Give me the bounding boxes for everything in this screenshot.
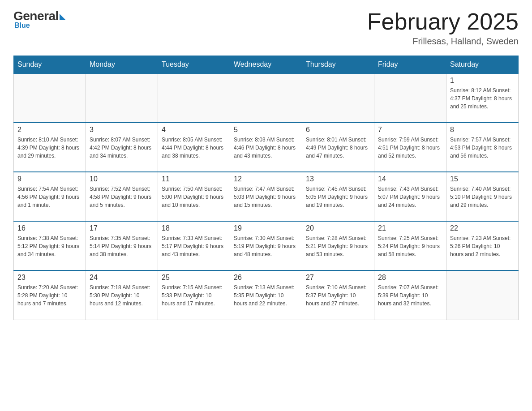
logo-triangle-icon — [60, 14, 66, 20]
calendar-cell — [158, 73, 230, 123]
calendar-cell — [230, 73, 302, 123]
calendar-cell: 5Sunrise: 8:03 AM Sunset: 4:46 PM Daylig… — [230, 123, 302, 172]
calendar-cell: 6Sunrise: 8:01 AM Sunset: 4:49 PM Daylig… — [302, 123, 374, 172]
day-info: Sunrise: 7:07 AM Sunset: 5:39 PM Dayligh… — [378, 283, 442, 308]
calendar-cell — [14, 73, 86, 123]
calendar-cell: 24Sunrise: 7:18 AM Sunset: 5:30 PM Dayli… — [86, 270, 158, 320]
calendar-cell — [86, 73, 158, 123]
calendar-cell: 2Sunrise: 8:10 AM Sunset: 4:39 PM Daylig… — [14, 123, 86, 172]
day-info: Sunrise: 8:03 AM Sunset: 4:46 PM Dayligh… — [234, 136, 298, 160]
day-info: Sunrise: 7:28 AM Sunset: 5:21 PM Dayligh… — [306, 234, 370, 258]
day-info: Sunrise: 8:10 AM Sunset: 4:39 PM Dayligh… — [17, 136, 82, 160]
week-row-2: 9Sunrise: 7:54 AM Sunset: 4:56 PM Daylig… — [14, 172, 519, 221]
calendar-cell: 20Sunrise: 7:28 AM Sunset: 5:21 PM Dayli… — [302, 221, 374, 270]
day-number: 27 — [306, 274, 370, 282]
day-number: 16 — [17, 224, 82, 232]
day-info: Sunrise: 7:33 AM Sunset: 5:17 PM Dayligh… — [162, 234, 226, 258]
day-info: Sunrise: 7:59 AM Sunset: 4:51 PM Dayligh… — [378, 136, 442, 160]
calendar-cell: 28Sunrise: 7:07 AM Sunset: 5:39 PM Dayli… — [374, 270, 446, 320]
week-row-0: 1Sunrise: 8:12 AM Sunset: 4:37 PM Daylig… — [14, 73, 519, 123]
day-number: 4 — [162, 126, 226, 134]
day-info: Sunrise: 7:52 AM Sunset: 4:58 PM Dayligh… — [90, 185, 154, 209]
calendar-cell: 10Sunrise: 7:52 AM Sunset: 4:58 PM Dayli… — [86, 172, 158, 221]
day-info: Sunrise: 8:01 AM Sunset: 4:49 PM Dayligh… — [306, 136, 370, 160]
day-info: Sunrise: 7:38 AM Sunset: 5:12 PM Dayligh… — [17, 234, 82, 258]
col-saturday: Saturday — [446, 56, 519, 74]
col-wednesday: Wednesday — [230, 56, 302, 74]
col-friday: Friday — [374, 56, 446, 74]
day-info: Sunrise: 7:50 AM Sunset: 5:00 PM Dayligh… — [162, 185, 226, 209]
week-row-4: 23Sunrise: 7:20 AM Sunset: 5:28 PM Dayli… — [14, 270, 519, 320]
day-info: Sunrise: 7:25 AM Sunset: 5:24 PM Dayligh… — [378, 234, 442, 258]
day-number: 11 — [162, 175, 226, 183]
day-info: Sunrise: 8:07 AM Sunset: 4:42 PM Dayligh… — [90, 136, 154, 160]
day-info: Sunrise: 7:43 AM Sunset: 5:07 PM Dayligh… — [378, 185, 442, 209]
calendar-cell: 9Sunrise: 7:54 AM Sunset: 4:56 PM Daylig… — [14, 172, 86, 221]
calendar-cell — [446, 270, 519, 320]
calendar-cell: 11Sunrise: 7:50 AM Sunset: 5:00 PM Dayli… — [158, 172, 230, 221]
calendar-cell — [374, 73, 446, 123]
month-title: February 2025 — [367, 9, 519, 34]
calendar-header: Sunday Monday Tuesday Wednesday Thursday… — [14, 56, 519, 74]
calendar-body: 1Sunrise: 8:12 AM Sunset: 4:37 PM Daylig… — [14, 73, 519, 320]
calendar-cell: 26Sunrise: 7:13 AM Sunset: 5:35 PM Dayli… — [230, 270, 302, 320]
day-number: 6 — [306, 126, 370, 134]
calendar-cell: 4Sunrise: 8:05 AM Sunset: 4:44 PM Daylig… — [158, 123, 230, 172]
day-number: 2 — [17, 126, 82, 134]
week-row-1: 2Sunrise: 8:10 AM Sunset: 4:39 PM Daylig… — [14, 123, 519, 172]
day-number: 24 — [90, 274, 154, 282]
day-info: Sunrise: 7:23 AM Sunset: 5:26 PM Dayligh… — [450, 234, 515, 258]
day-number: 18 — [162, 224, 226, 232]
calendar-cell: 18Sunrise: 7:33 AM Sunset: 5:17 PM Dayli… — [158, 221, 230, 270]
calendar-cell: 16Sunrise: 7:38 AM Sunset: 5:12 PM Dayli… — [14, 221, 86, 270]
day-number: 19 — [234, 224, 298, 232]
day-info: Sunrise: 8:05 AM Sunset: 4:44 PM Dayligh… — [162, 136, 226, 160]
location-text: Frillesas, Halland, Sweden — [367, 36, 519, 47]
calendar-cell: 3Sunrise: 8:07 AM Sunset: 4:42 PM Daylig… — [86, 123, 158, 172]
col-thursday: Thursday — [302, 56, 374, 74]
day-number: 8 — [450, 126, 515, 134]
day-number: 23 — [17, 274, 82, 282]
calendar-cell: 25Sunrise: 7:15 AM Sunset: 5:33 PM Dayli… — [158, 270, 230, 320]
calendar-table: Sunday Monday Tuesday Wednesday Thursday… — [13, 56, 519, 320]
calendar-cell: 23Sunrise: 7:20 AM Sunset: 5:28 PM Dayli… — [14, 270, 86, 320]
title-area: February 2025 Frillesas, Halland, Sweden — [367, 9, 519, 47]
day-info: Sunrise: 7:47 AM Sunset: 5:03 PM Dayligh… — [234, 185, 298, 209]
calendar-cell: 8Sunrise: 7:57 AM Sunset: 4:53 PM Daylig… — [446, 123, 519, 172]
col-tuesday: Tuesday — [158, 56, 230, 74]
day-number: 17 — [90, 224, 154, 232]
day-number: 9 — [17, 175, 82, 183]
calendar-cell: 7Sunrise: 7:59 AM Sunset: 4:51 PM Daylig… — [374, 123, 446, 172]
day-number: 26 — [234, 274, 298, 282]
day-info: Sunrise: 7:10 AM Sunset: 5:37 PM Dayligh… — [306, 283, 370, 308]
days-of-week-row: Sunday Monday Tuesday Wednesday Thursday… — [14, 56, 519, 74]
day-number: 12 — [234, 175, 298, 183]
col-monday: Monday — [86, 56, 158, 74]
day-info: Sunrise: 7:45 AM Sunset: 5:05 PM Dayligh… — [306, 185, 370, 209]
calendar-cell: 17Sunrise: 7:35 AM Sunset: 5:14 PM Dayli… — [86, 221, 158, 270]
day-number: 22 — [450, 224, 515, 232]
day-number: 21 — [378, 224, 442, 232]
calendar-cell — [302, 73, 374, 123]
day-info: Sunrise: 7:15 AM Sunset: 5:33 PM Dayligh… — [162, 283, 226, 308]
day-info: Sunrise: 7:57 AM Sunset: 4:53 PM Dayligh… — [450, 136, 515, 160]
day-number: 13 — [306, 175, 370, 183]
col-sunday: Sunday — [14, 56, 86, 74]
day-number: 1 — [450, 77, 515, 85]
day-info: Sunrise: 7:13 AM Sunset: 5:35 PM Dayligh… — [234, 283, 298, 308]
day-info: Sunrise: 7:40 AM Sunset: 5:10 PM Dayligh… — [450, 185, 515, 209]
day-number: 3 — [90, 126, 154, 134]
day-number: 14 — [378, 175, 442, 183]
day-info: Sunrise: 7:20 AM Sunset: 5:28 PM Dayligh… — [17, 283, 82, 308]
day-info: Sunrise: 7:18 AM Sunset: 5:30 PM Dayligh… — [90, 283, 154, 308]
day-info: Sunrise: 7:54 AM Sunset: 4:56 PM Dayligh… — [17, 185, 82, 209]
calendar-cell: 12Sunrise: 7:47 AM Sunset: 5:03 PM Dayli… — [230, 172, 302, 221]
day-number: 20 — [306, 224, 370, 232]
page-header: General Blue February 2025 Frillesas, Ha… — [13, 9, 519, 47]
day-info: Sunrise: 7:30 AM Sunset: 5:19 PM Dayligh… — [234, 234, 298, 258]
calendar-cell: 14Sunrise: 7:43 AM Sunset: 5:07 PM Dayli… — [374, 172, 446, 221]
logo: General Blue — [13, 9, 66, 30]
calendar-cell: 1Sunrise: 8:12 AM Sunset: 4:37 PM Daylig… — [446, 73, 519, 123]
day-number: 15 — [450, 175, 515, 183]
calendar-cell: 27Sunrise: 7:10 AM Sunset: 5:37 PM Dayli… — [302, 270, 374, 320]
